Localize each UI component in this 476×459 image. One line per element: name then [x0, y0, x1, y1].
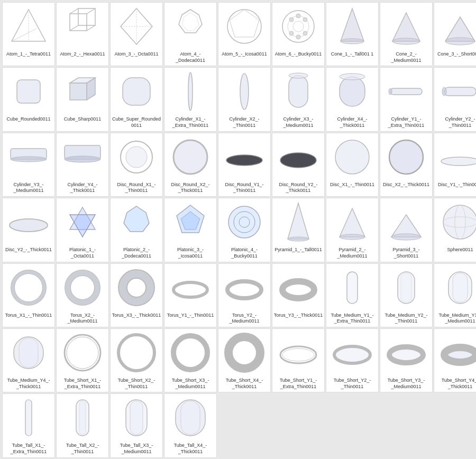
svg-point-99: [282, 348, 314, 361]
list-item[interactable]: Tube_Short_X2_-_Thin0011: [110, 328, 163, 392]
list-item[interactable]: Platonic_4_-_Bucky0011: [218, 198, 271, 262]
svg-point-28: [392, 38, 420, 44]
list-item[interactable]: Tube_Tall_X1_-_Extra_Thin0011: [2, 393, 55, 457]
svg-point-72: [391, 234, 421, 240]
list-item[interactable]: Tube_Short_Y3_-_Medium0011: [380, 328, 433, 392]
list-item[interactable]: Torus_X2_-_Medium0011: [56, 263, 109, 327]
list-item[interactable]: Pyramid_1_-_Tall0011: [272, 198, 325, 262]
item-thumbnail: [274, 133, 322, 181]
item-label: Tube_Tall_X1_-_Extra_Thin0011: [3, 442, 54, 457]
list-item[interactable]: Torus_Y1_-_Thin0011: [164, 263, 217, 327]
list-item[interactable]: Atom_5_-_Icosa0011: [218, 2, 271, 66]
list-item[interactable]: Torus_X3_-_Thick0011: [110, 263, 163, 327]
item-label: Tube_Medium_Y4_-_Thick0011: [3, 377, 54, 392]
list-item[interactable]: Atom_3_-_Octa0011: [110, 2, 163, 66]
list-item[interactable]: Tube_Short_Y4_-_Thick0011: [434, 328, 476, 392]
svg-rect-38: [289, 76, 308, 107]
item-thumbnail: [167, 394, 214, 442]
svg-rect-90: [453, 273, 468, 302]
svg-rect-110: [181, 401, 200, 435]
item-thumbnail: [221, 3, 268, 50]
list-item[interactable]: Tube_Tall_X2_-_Thin0011: [56, 393, 109, 457]
list-item[interactable]: Disc_Round_X2_-_Thick0011: [164, 133, 217, 197]
list-item[interactable]: Tube_Short_X1_-_Extra_Thin0011: [56, 328, 109, 392]
svg-point-26: [341, 39, 364, 44]
list-item[interactable]: Tube_Short_Y2_-_Thin0011: [326, 328, 379, 392]
item-thumbnail: [436, 3, 476, 50]
list-item[interactable]: Torus_Y3_-_Thick0011: [272, 263, 325, 327]
list-item[interactable]: Disc_Y1_-_Thin0011: [434, 133, 476, 197]
item-label: Cube_Sharp0011: [63, 115, 103, 125]
list-item[interactable]: Pyramid_3_-_Short0011: [380, 198, 433, 262]
list-item[interactable]: Torus_X1_-_Thin0011: [2, 263, 55, 327]
list-item[interactable]: Cone_3_-_Short0011: [434, 2, 476, 66]
list-item[interactable]: Disc_Round_Y2_-_Thick0011: [272, 133, 325, 197]
svg-rect-88: [401, 273, 411, 302]
list-item[interactable]: Cylinder_Y2_-_Thin0011: [434, 67, 476, 131]
list-item[interactable]: Torus_Y2_-_Medium0011: [218, 263, 271, 327]
list-item[interactable]: Cube_Sharp0011: [56, 67, 109, 131]
list-item[interactable]: Atom_2_-_Hexa0011: [56, 2, 109, 66]
list-item[interactable]: Cube_Super_Rounded0011: [110, 67, 163, 131]
svg-rect-31: [17, 80, 40, 103]
svg-point-57: [441, 157, 476, 166]
list-item[interactable]: Cone_2_-_Medium0011: [380, 2, 433, 66]
list-item[interactable]: Cylinder_Y3_-_Medium0011: [2, 133, 55, 197]
list-item[interactable]: Tube_Medium_Y2_-_Thin0011: [380, 263, 433, 327]
list-item[interactable]: Sphere0011: [434, 198, 476, 262]
item-label: Platonic_1_-_Octa0011: [57, 246, 108, 261]
svg-point-47: [11, 157, 47, 162]
svg-point-58: [10, 219, 48, 232]
list-item[interactable]: Tube_Tall_X4_-_Thick0011: [164, 393, 217, 457]
list-item[interactable]: Cylinder_Y4_-_Thick0011: [56, 133, 109, 197]
item-thumbnail: [113, 264, 160, 311]
item-thumbnail: [274, 68, 322, 115]
list-item[interactable]: Tube_Short_Y1_-_Extra_Thin0011: [272, 328, 325, 392]
list-item[interactable]: Disc_Round_X1_-_Thin0011: [110, 133, 163, 197]
list-item[interactable]: Pyramid_2_-_Medium0011: [326, 198, 379, 262]
item-thumbnail: [5, 264, 52, 311]
list-item[interactable]: Atom_4_-_Dodeca0011: [164, 2, 217, 66]
item-label: Cylinder_Y4_-_Thick0011: [57, 181, 108, 196]
list-item[interactable]: Disc_Round_Y1_-_Thin0011: [218, 133, 271, 197]
item-thumbnail: [167, 264, 214, 311]
list-item[interactable]: Cube_Rounded0011: [2, 67, 55, 131]
list-item[interactable]: Cylinder_X3_-_Medium0011: [272, 67, 325, 131]
list-item[interactable]: Tube_Medium_Y4_-_Thick0011: [2, 328, 55, 392]
svg-rect-40: [340, 77, 365, 106]
list-item[interactable]: Disc_X2_-_Thick0011: [380, 133, 433, 197]
list-item[interactable]: Disc_Y2_-_Thick0011: [2, 198, 55, 262]
svg-marker-12: [179, 10, 202, 33]
list-item[interactable]: Tube_Short_X3_-_Medium0011: [164, 328, 217, 392]
list-item[interactable]: Cylinder_X2_-_Thin0011: [218, 67, 271, 131]
item-label: Atom_1_-_Tetra0011: [5, 50, 52, 60]
svg-point-77: [13, 272, 44, 304]
list-item[interactable]: Cylinder_X1_-_Extra_Thin0011: [164, 67, 217, 131]
list-item[interactable]: Platonic_2_-_Dodeca0011: [110, 198, 163, 262]
item-label: Sphere0011: [446, 246, 474, 255]
svg-point-70: [340, 234, 365, 240]
item-thumbnail: [221, 68, 268, 115]
item-thumbnail: [5, 133, 52, 181]
list-item[interactable]: Platonic_1_-_Octa0011: [56, 198, 109, 262]
list-item[interactable]: Disc_X1_-_Thin0011: [326, 133, 379, 197]
list-item[interactable]: Atom_1_-_Tetra0011: [2, 2, 55, 66]
list-item[interactable]: Tube_Tall_X3_-_Medium0011: [110, 393, 163, 457]
list-item[interactable]: Platonic_3_-_Icosa0011: [164, 198, 217, 262]
list-item[interactable]: Tube_Medium_Y1_-_Extra_Thin0011: [326, 263, 379, 327]
item-label: Atom_3_-_Octa0011: [113, 50, 159, 60]
item-thumbnail: [167, 198, 214, 246]
list-item[interactable]: Tube_Medium_Y3_-_Medium0011: [434, 263, 476, 327]
svg-line-5: [70, 8, 78, 14]
svg-marker-61: [124, 206, 149, 232]
list-item[interactable]: Cylinder_Y1_-_Extra_Thin0011: [380, 67, 433, 131]
list-item[interactable]: Tube_Short_X4_-_Thick0011: [218, 328, 271, 392]
item-label: Atom_5_-_Icosa0011: [221, 50, 268, 60]
item-label: Disc_X2_-_Thick0011: [382, 181, 431, 190]
svg-point-24: [296, 35, 300, 39]
item-label: Tube_Tall_X2_-_Thin0011: [57, 442, 108, 457]
list-item[interactable]: Atom_6_-_Bucky0011: [272, 2, 325, 66]
item-thumbnail: [328, 329, 376, 377]
list-item[interactable]: Cone_1_-_Tall001 1: [326, 2, 379, 66]
list-item[interactable]: Cylinder_X4_-_Thick0011: [326, 67, 379, 131]
